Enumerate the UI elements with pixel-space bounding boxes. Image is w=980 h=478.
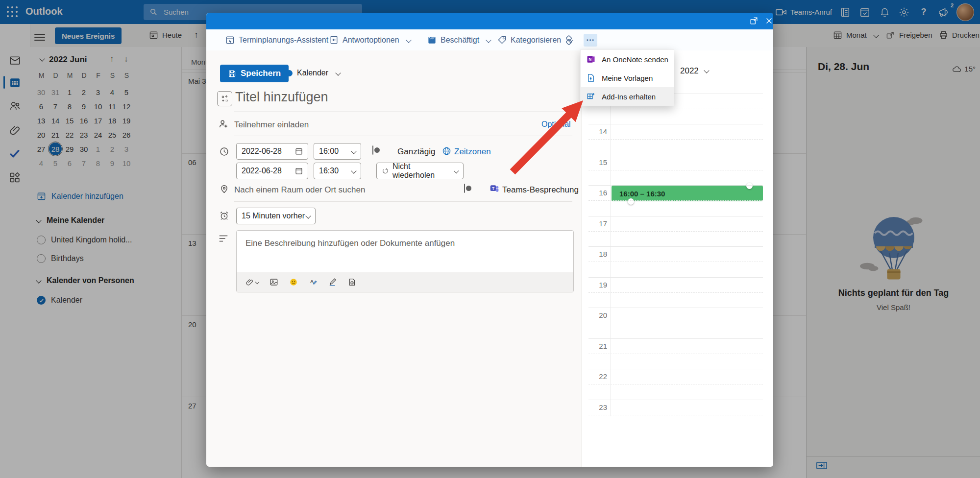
addins-icon (587, 92, 595, 101)
all-day-toggle[interactable] (372, 145, 373, 155)
optional-attendees-link[interactable]: Optional (541, 120, 571, 129)
hour-line (588, 124, 763, 124)
document-schedule-icon[interactable] (348, 278, 356, 287)
all-day-label: Ganztägig (397, 147, 436, 157)
invite-attendees-icon (218, 119, 229, 129)
description-lines-icon (218, 234, 229, 243)
hour-label: 15 (588, 158, 607, 167)
description-placeholder: Eine Beschreibung hinzufügen oder Dokume… (245, 239, 455, 248)
half-hour-line (588, 109, 763, 109)
end-date-field[interactable]: 2022-06-28 (236, 163, 308, 179)
more-options-menu: N An OneNote senden Meine Vorlagen Add-I… (580, 49, 674, 106)
description-editor[interactable]: Eine Beschreibung hinzufügen oder Dokume… (236, 230, 574, 292)
recurrence-select[interactable]: Nicht wiederholen (376, 163, 464, 179)
teams-logo-icon: T (490, 184, 499, 193)
chevron-down-icon (305, 213, 311, 218)
day-panel-date-selector[interactable]: 2022 (680, 66, 709, 76)
tag-icon (497, 35, 507, 45)
chevron-down-icon (255, 280, 259, 284)
half-hour-line (588, 415, 763, 415)
insert-image-icon[interactable] (270, 278, 278, 287)
location-underline (234, 201, 572, 202)
calendar-selector[interactable]: Kalender (286, 69, 340, 77)
draw-pen-icon[interactable] (328, 278, 337, 287)
attendees-underline (234, 136, 572, 136)
half-hour-line (588, 323, 763, 323)
half-hour-line (588, 200, 763, 201)
title-underline (234, 112, 572, 112)
dialog-titlebar[interactable] (206, 13, 773, 29)
svg-text:N: N (588, 57, 591, 62)
svg-text:T: T (492, 186, 494, 191)
hour-label: 21 (588, 342, 607, 350)
highlight-icon[interactable]: A (309, 278, 318, 287)
date-picker-icon (295, 147, 303, 155)
chevron-down-icon (351, 168, 356, 173)
hour-line (588, 308, 763, 308)
hour-label: 22 (588, 372, 607, 381)
hour-line (588, 246, 763, 247)
date-picker-icon (295, 167, 303, 175)
hour-line (588, 216, 763, 216)
start-time-select[interactable]: 16:00 (314, 143, 361, 160)
time-gutter-divider (611, 93, 611, 416)
invite-attendees-field[interactable]: Teilnehmer einladen (234, 120, 309, 130)
categorize-button[interactable]: Kategorisieren (497, 29, 572, 50)
event-title-input[interactable] (234, 89, 560, 105)
end-time-select[interactable]: 16:30 (314, 163, 361, 179)
event-resize-handle-bottom[interactable] (628, 198, 634, 205)
reminder-alarm-icon (219, 211, 229, 221)
templates-icon (587, 73, 595, 82)
location-field[interactable]: Nach einem Raum oder Ort suchen (234, 185, 365, 195)
more-options-button[interactable]: ... (584, 34, 597, 47)
menu-item-send-to-onenote[interactable]: N An OneNote senden (581, 50, 674, 69)
dialog-day-preview: 2022 16:00 – 16:30 14151617181920212223 (581, 50, 773, 467)
popout-icon[interactable] (750, 17, 759, 25)
response-options-button[interactable]: Antwortoptionen (329, 29, 411, 50)
hour-line (588, 155, 763, 155)
calendar-color-dot (286, 70, 293, 76)
hour-line (588, 338, 763, 339)
chevron-down-icon (486, 37, 491, 43)
timezones-link[interactable]: Zeitzonen (454, 147, 491, 157)
busy-status-button[interactable]: Beschäftigt (427, 29, 490, 50)
response-options-icon (329, 35, 339, 45)
hour-label: 20 (588, 311, 607, 319)
hour-line (588, 400, 763, 400)
half-hour-line (588, 139, 763, 140)
half-hour-line (588, 384, 763, 384)
event-resize-handle-top[interactable] (746, 183, 753, 189)
hour-label: 16 (588, 189, 607, 197)
busy-status-icon (427, 35, 437, 45)
hour-label: 23 (588, 403, 607, 411)
menu-item-my-templates[interactable]: Meine Vorlagen (581, 69, 674, 87)
teams-meeting-label: Teams-Besprechung (502, 185, 579, 195)
half-hour-line (588, 170, 763, 170)
chevron-down-icon (335, 70, 341, 75)
hour-label: 17 (588, 219, 607, 228)
save-button[interactable]: Speichern (220, 65, 289, 82)
hour-line (588, 185, 763, 186)
half-hour-line (588, 292, 763, 293)
meeting-options-icon[interactable] (564, 29, 574, 50)
emoji-icon[interactable] (289, 278, 298, 287)
globe-icon (442, 146, 451, 156)
day-time-grid: 16:00 – 16:30 14151617181920212223 (588, 81, 763, 463)
chevron-down-icon (704, 68, 709, 73)
reminder-select[interactable]: 15 Minuten vorher (236, 208, 316, 224)
clock-icon (219, 146, 229, 157)
charm-picker-button[interactable] (217, 91, 232, 106)
half-hour-line (588, 262, 763, 262)
attach-file-icon[interactable] (245, 278, 259, 287)
repeat-icon (382, 167, 389, 175)
start-date-field[interactable]: 2022-06-28 (236, 143, 308, 160)
menu-item-get-addins[interactable]: Add-Ins erhalten (581, 87, 674, 106)
close-icon[interactable] (765, 17, 773, 25)
chevron-down-icon (351, 148, 356, 154)
teams-meeting-toggle[interactable] (464, 184, 465, 193)
scheduling-assistant-button[interactable]: Terminplanungs-Assistent (225, 29, 328, 50)
hour-label: 18 (588, 250, 607, 258)
event-block[interactable]: 16:00 – 16:30 (612, 186, 763, 201)
description-toolbar: A (237, 272, 573, 292)
chevron-down-icon (454, 168, 459, 174)
